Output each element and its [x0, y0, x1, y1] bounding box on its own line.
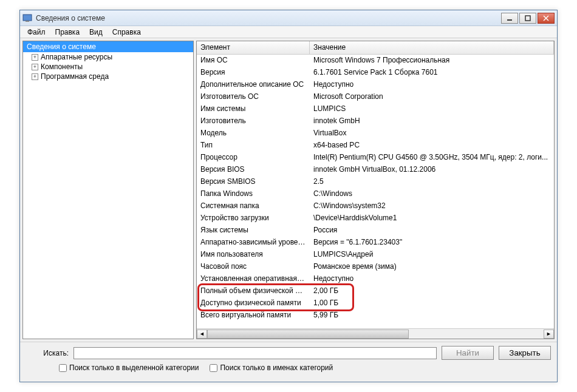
table-row[interactable]: Устройство загрузки\Device\HarddiskVolum… — [197, 212, 554, 225]
horizontal-scrollbar[interactable]: ◄ ► — [197, 328, 554, 339]
minimize-icon — [507, 15, 513, 21]
tree-item[interactable]: +Аппаратные ресурсы — [23, 52, 193, 62]
scroll-thumb[interactable] — [207, 329, 409, 339]
close-search-button[interactable]: Закрыть — [499, 346, 551, 360]
cell-value: Романское время (зима) — [310, 261, 554, 273]
titlebar[interactable]: Сведения о системе — [20, 10, 557, 26]
table-row[interactable]: Версия SMBIOS2.5 — [197, 176, 554, 188]
checkbox-category-names-input[interactable] — [210, 364, 217, 372]
scroll-right-icon[interactable]: ► — [544, 329, 554, 339]
cell-element: Имя ОС — [197, 55, 310, 67]
table-row[interactable]: Аппаратно-зависимый уровен...Версия = "6… — [197, 237, 554, 249]
cell-value: 2,00 ГБ — [310, 285, 554, 297]
tree-item[interactable]: +Программная среда — [23, 72, 193, 81]
checkbox-selected-category-input[interactable] — [59, 364, 67, 372]
table-row[interactable]: ПроцессорIntel(R) Pentium(R) CPU G4560 @… — [197, 152, 554, 164]
table-row[interactable]: Доступно физической памяти1,00 ГБ — [197, 297, 554, 309]
expand-icon[interactable]: + — [32, 73, 38, 80]
cell-element: Устройство загрузки — [197, 212, 310, 225]
table-row[interactable]: Системная папкаC:\Windows\system32 — [197, 200, 554, 212]
cell-element: Изготовитель — [197, 115, 310, 127]
app-icon — [22, 13, 32, 23]
close-icon — [543, 15, 549, 21]
cell-value: 6.1.7601 Service Pack 1 Сборка 7601 — [310, 67, 554, 79]
search-panel: Искать: Найти Закрыть Поиск только в выд… — [20, 342, 557, 376]
tree-item-label: Компоненты — [41, 63, 83, 71]
table-row[interactable]: Имя системыLUMPICS — [197, 103, 554, 115]
table-row[interactable]: Полный объем физической па...2,00 ГБ — [197, 285, 554, 297]
cell-element: Системная папка — [197, 200, 310, 212]
expand-icon[interactable]: + — [32, 64, 38, 70]
table-row[interactable]: Всего виртуальной памяти5,99 ГБ — [197, 309, 554, 322]
cell-element: Дополнительное описание ОС — [197, 79, 310, 91]
table-row[interactable]: Часовой поясРоманское время (зима) — [197, 261, 554, 273]
checkbox-selected-category-label: Поиск только в выделенной категории — [69, 363, 199, 372]
system-info-window: Сведения о системе Файл Правка Вид Справ… — [19, 10, 558, 382]
cell-value: LUMPICS — [310, 103, 554, 115]
table-row[interactable]: Дополнительное описание ОСНедоступно — [197, 79, 554, 91]
maximize-button[interactable] — [519, 13, 536, 24]
table-row[interactable]: Установленная оперативная п...Недоступно — [197, 273, 554, 285]
cell-value: C:\Windows — [310, 188, 554, 200]
table-body[interactable]: Имя ОСMicrosoft Windows 7 Профессиональн… — [197, 55, 554, 328]
checkbox-category-names-label: Поиск только в именах категорий — [220, 363, 333, 372]
expand-icon[interactable]: + — [32, 54, 38, 61]
tree-item-label: Программная среда — [41, 72, 109, 81]
cell-value: Microsoft Corporation — [310, 91, 554, 103]
cell-element: Тип — [197, 140, 310, 152]
svg-rect-0 — [23, 15, 32, 21]
search-input[interactable] — [73, 347, 437, 359]
column-header-element[interactable]: Элемент — [197, 41, 310, 54]
column-header-value[interactable]: Значение — [310, 41, 554, 54]
cell-element: Язык системы — [197, 225, 310, 237]
cell-element: Доступно физической памяти — [197, 297, 310, 309]
table-header: Элемент Значение — [197, 41, 554, 55]
cell-value: Microsoft Windows 7 Профессиональная — [310, 55, 554, 67]
menu-view[interactable]: Вид — [84, 27, 108, 38]
checkbox-category-names[interactable]: Поиск только в именах категорий — [210, 363, 333, 372]
cell-element: Имя пользователя — [197, 249, 310, 261]
cell-value: C:\Windows\system32 — [310, 200, 554, 212]
table-row[interactable]: Типx64-based PC — [197, 140, 554, 152]
tree-root-system-summary[interactable]: Сведения о системе — [23, 41, 193, 52]
table-row[interactable]: Изготовительinnotek GmbH — [197, 115, 554, 127]
table-row[interactable]: Версия BIOSinnotek GmbH VirtualBox, 01.1… — [197, 164, 554, 176]
cell-element: Версия SMBIOS — [197, 176, 310, 188]
minimize-button[interactable] — [501, 13, 518, 24]
find-button[interactable]: Найти — [442, 346, 494, 360]
table-row[interactable]: Версия6.1.7601 Service Pack 1 Сборка 760… — [197, 67, 554, 79]
details-table: Элемент Значение Имя ОСMicrosoft Windows… — [196, 41, 555, 339]
cell-element: Имя системы — [197, 103, 310, 115]
cell-element: Изготовитель ОС — [197, 91, 310, 103]
menu-edit[interactable]: Правка — [50, 27, 85, 38]
cell-value: innotek GmbH — [310, 115, 554, 127]
cell-value: 2.5 — [310, 176, 554, 188]
cell-value: LUMPICS\Андрей — [310, 249, 554, 261]
scroll-left-icon[interactable]: ◄ — [197, 329, 207, 339]
cell-element: Версия BIOS — [197, 164, 310, 176]
cell-value: innotek GmbH VirtualBox, 01.12.2006 — [310, 164, 554, 176]
category-tree[interactable]: Сведения о системе +Аппаратные ресурсы+К… — [22, 41, 194, 339]
cell-value: VirtualBox — [310, 127, 554, 140]
checkbox-selected-category[interactable]: Поиск только в выделенной категории — [59, 363, 199, 372]
cell-element: Версия — [197, 67, 310, 79]
table-row[interactable]: Имя ОСMicrosoft Windows 7 Профессиональн… — [197, 55, 554, 67]
table-row[interactable]: Папка WindowsC:\Windows — [197, 188, 554, 200]
menubar: Файл Правка Вид Справка — [20, 26, 557, 38]
cell-value: Intel(R) Pentium(R) CPU G4560 @ 3.50GHz,… — [310, 152, 554, 164]
cell-element: Часовой пояс — [197, 261, 310, 273]
close-button[interactable] — [538, 13, 555, 24]
table-row[interactable]: Имя пользователяLUMPICS\Андрей — [197, 249, 554, 261]
table-row[interactable]: Язык системыРоссия — [197, 225, 554, 237]
cell-value: Недоступно — [310, 79, 554, 91]
table-row[interactable]: МодельVirtualBox — [197, 127, 554, 140]
menu-help[interactable]: Справка — [108, 27, 146, 38]
svg-rect-1 — [26, 21, 29, 22]
cell-value: 5,99 ГБ — [310, 309, 554, 322]
menu-file[interactable]: Файл — [22, 27, 50, 38]
cell-value: Версия = "6.1.7601.23403" — [310, 237, 554, 249]
maximize-icon — [525, 15, 531, 21]
tree-item[interactable]: +Компоненты — [23, 62, 193, 72]
window-title: Сведения о системе — [36, 14, 501, 22]
table-row[interactable]: Изготовитель ОСMicrosoft Corporation — [197, 91, 554, 103]
